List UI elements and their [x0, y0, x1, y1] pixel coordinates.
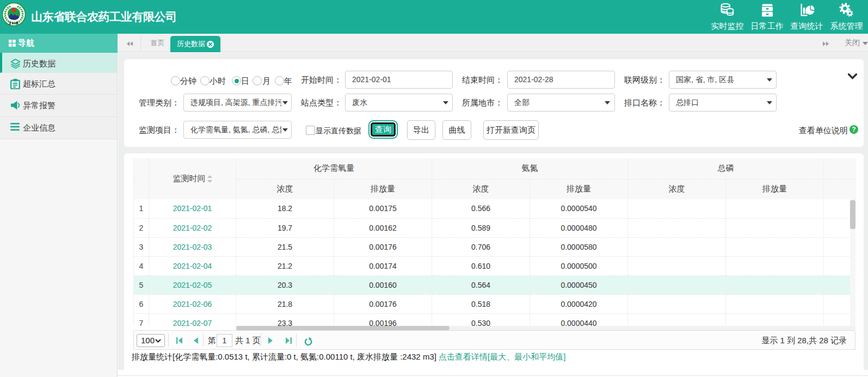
svg-text:ZHB: ZHB	[9, 21, 19, 25]
